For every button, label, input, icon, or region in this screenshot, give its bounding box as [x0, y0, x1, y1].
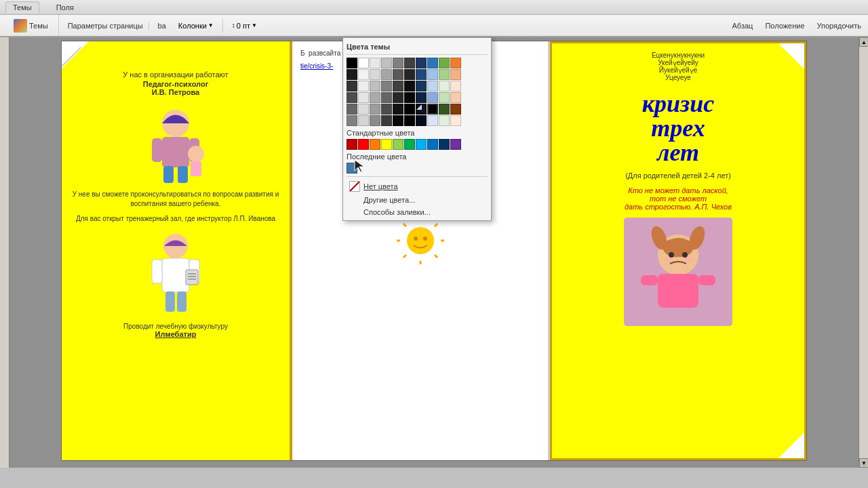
swatch-t25[interactable] [393, 81, 403, 92]
swatch-theme-8[interactable] [427, 58, 438, 68]
swatch-t60[interactable] [450, 115, 461, 126]
swatch-theme-7[interactable] [416, 58, 427, 68]
swatch-t22[interactable] [358, 81, 369, 92]
swatch-t56[interactable] [404, 115, 415, 126]
swatch-t37[interactable] [416, 92, 427, 103]
std-1[interactable] [347, 139, 357, 150]
swatch-t28[interactable] [427, 81, 438, 92]
swatch-t47[interactable] [416, 104, 427, 115]
swatch-t17[interactable] [416, 69, 427, 80]
swatch-t19[interactable] [439, 69, 450, 80]
left-text1: У нее вы сможете проконсультироваться по… [70, 190, 281, 209]
title-line2: трех [560, 116, 796, 140]
swatch-t15[interactable] [393, 69, 403, 80]
svg-rect-5 [178, 166, 188, 183]
swatch-t18[interactable] [427, 69, 438, 80]
swatch-theme-1[interactable] [347, 58, 357, 68]
swatch-t23[interactable] [370, 81, 380, 92]
swatch-t30[interactable] [450, 81, 461, 92]
std-2[interactable] [358, 139, 369, 150]
swatch-t16[interactable] [404, 69, 415, 80]
ribbon-tab-polya[interactable]: Поля [50, 2, 81, 13]
swatch-t46[interactable] [404, 104, 415, 115]
right-scrollbar[interactable]: ▲ ▼ [859, 37, 868, 468]
std-4[interactable] [381, 139, 392, 150]
tb-section-parametry: Параметры страницы [62, 22, 149, 30]
std-5[interactable] [393, 139, 403, 150]
swatch-t20[interactable] [450, 69, 461, 80]
swatch-t29[interactable] [439, 81, 450, 92]
tb-0pt[interactable]: ↕ 0 пт ▼ [229, 20, 260, 31]
swatch-theme-10[interactable] [450, 58, 461, 68]
swatch-theme-3[interactable] [370, 58, 380, 68]
swatch-theme-2[interactable] [358, 58, 369, 68]
swatch-t45[interactable] [393, 104, 403, 115]
swatch-t40[interactable] [450, 92, 461, 103]
right-name2: Укейүейуейу [560, 59, 796, 66]
swatch-theme-4[interactable] [381, 58, 392, 68]
swatch-t43[interactable] [370, 104, 380, 115]
std-10[interactable] [450, 139, 461, 150]
swatch-t33[interactable] [370, 92, 380, 103]
swatch-t14[interactable] [381, 69, 392, 80]
swatch-t26[interactable] [404, 81, 415, 92]
tb-ba[interactable]: ba [155, 20, 170, 31]
svg-point-35 [664, 258, 672, 263]
swatch-t11[interactable] [347, 69, 357, 80]
svg-point-34 [682, 252, 688, 258]
tb-rasstanovka[interactable]: Колонки ▼ [175, 20, 217, 31]
swatch-t52[interactable] [358, 115, 369, 126]
swatch-t35[interactable] [393, 92, 403, 103]
swatch-t38[interactable] [427, 92, 438, 103]
fill-methods-option[interactable]: Способы заливки... [347, 206, 488, 218]
swatch-t21[interactable] [347, 81, 357, 92]
swatch-t24[interactable] [381, 81, 392, 92]
swatch-theme-9[interactable] [439, 58, 450, 68]
crisis-title: кризис трех лет [560, 92, 796, 165]
ribbon-group-temy: Темы [3, 15, 59, 36]
std-9[interactable] [439, 139, 450, 150]
swatch-t54[interactable] [381, 115, 392, 126]
svg-rect-9 [162, 258, 189, 292]
temy-button[interactable]: Темы [10, 18, 52, 34]
ribbon-tab-temy[interactable]: Темы [5, 1, 39, 13]
swatch-t12[interactable] [358, 69, 369, 80]
std-6[interactable] [404, 139, 415, 150]
swatch-t51[interactable] [347, 115, 357, 126]
right-subtitle: (Для родителей детей 2-4 лет) [560, 171, 796, 180]
swatch-t55[interactable] [393, 115, 403, 126]
swatch-t50[interactable] [450, 104, 461, 115]
svg-point-18 [407, 227, 434, 254]
std-8[interactable] [427, 139, 438, 150]
swatch-t58[interactable] [427, 115, 438, 126]
swatch-t49[interactable] [439, 104, 450, 115]
middle-link[interactable]: tie/crisis-3- [300, 62, 333, 70]
swatch-t57[interactable] [416, 115, 427, 126]
std-7[interactable] [416, 139, 427, 150]
recent-color-1[interactable] [347, 163, 357, 174]
swatch-t32[interactable] [358, 92, 369, 103]
no-color-label: Нет цвета [363, 182, 398, 190]
swatch-t44[interactable] [381, 104, 392, 115]
swatch-t31[interactable] [347, 92, 357, 103]
swatch-t41[interactable] [347, 104, 357, 115]
swatch-t34[interactable] [381, 92, 392, 103]
svg-point-28 [423, 237, 427, 241]
swatch-t27[interactable] [416, 81, 427, 92]
swatch-t59[interactable] [439, 115, 450, 126]
swatch-t48[interactable] [427, 104, 438, 115]
swatch-t42[interactable] [358, 104, 369, 115]
swatch-theme-5[interactable] [393, 58, 403, 68]
no-color-option[interactable]: Нет цвета [347, 179, 488, 194]
swatch-t13[interactable] [370, 69, 380, 80]
other-colors-option[interactable]: Другие цвета... [347, 194, 488, 206]
swatch-t36[interactable] [404, 92, 415, 103]
cp-standard-label: Стандартные цвета [347, 129, 488, 137]
swatch-theme-6[interactable] [404, 58, 415, 68]
brochure-right-panel: Ецкенукнукнукни Укейүейуейу Йукейүейүе У… [550, 41, 806, 460]
swatch-t39[interactable] [439, 92, 450, 103]
std-3[interactable] [370, 139, 380, 150]
swatch-t53[interactable] [370, 115, 380, 126]
fill-methods-label: Способы заливки... [363, 208, 431, 216]
quote-line1: Кто не может дать лаской, [560, 186, 796, 195]
